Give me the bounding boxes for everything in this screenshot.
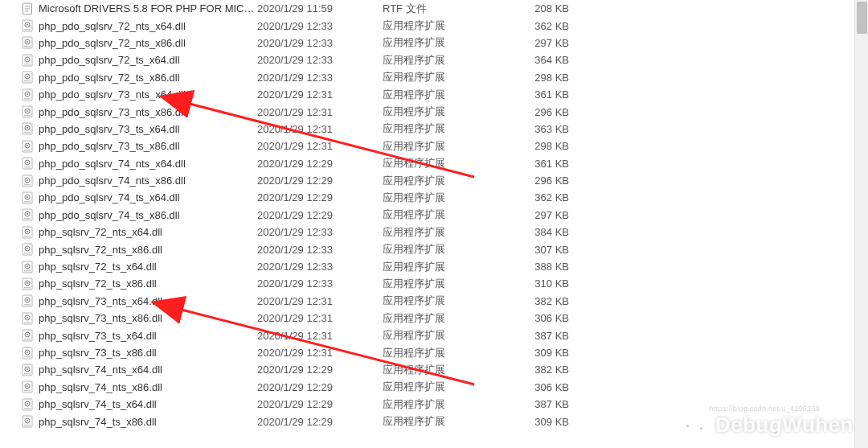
dll-icon: [21, 54, 34, 67]
svg-point-86: [27, 368, 28, 370]
file-row[interactable]: php_pdo_sqlsrv_73_nts_x86.dll2020/1/29 1…: [0, 103, 854, 120]
dll-icon: [21, 191, 34, 204]
file-row[interactable]: php_sqlsrv_72_nts_x64.dll2020/1/29 12:33…: [0, 224, 854, 240]
file-row[interactable]: php_sqlsrv_72_nts_x86.dll2020/1/29 12:33…: [0, 240, 854, 257]
file-date: 2020/1/29 12:31: [257, 88, 383, 101]
file-name: php_pdo_sqlsrv_73_ts_x64.dll: [39, 123, 257, 135]
file-date: 2020/1/29 12:31: [257, 106, 383, 118]
svg-rect-87: [24, 373, 31, 374]
file-size: 296 KB: [513, 106, 569, 118]
file-name: php_sqlsrv_72_ts_x64.dll: [39, 261, 257, 273]
file-name: php_sqlsrv_73_nts_x86.dll: [39, 312, 257, 324]
file-date: 2020/1/29 12:31: [257, 123, 383, 135]
document-icon: [21, 2, 34, 15]
file-type: 应用程序扩展: [383, 363, 513, 377]
file-name: php_sqlsrv_74_ts_x86.dll: [39, 416, 257, 428]
svg-point-42: [27, 179, 28, 181]
file-row[interactable]: php_sqlsrv_73_ts_x86.dll2020/1/29 12:31应…: [0, 344, 854, 361]
file-name: php_pdo_sqlsrv_72_ts_x64.dll: [39, 54, 257, 66]
svg-rect-99: [24, 425, 31, 425]
file-row[interactable]: php_pdo_sqlsrv_73_ts_x86.dll2020/1/29 12…: [0, 138, 854, 154]
file-name: php_pdo_sqlsrv_73_ts_x86.dll: [39, 140, 257, 152]
file-date: 2020/1/29 12:33: [257, 277, 383, 290]
dll-icon: [21, 208, 34, 221]
svg-rect-31: [24, 132, 31, 133]
svg-rect-43: [24, 184, 31, 185]
file-row[interactable]: php_sqlsrv_72_ts_x64.dll2020/1/29 12:33应…: [0, 258, 854, 275]
file-size: 307 KB: [513, 244, 569, 256]
svg-point-14: [27, 59, 28, 60]
file-row[interactable]: php_pdo_sqlsrv_73_nts_x64.dll2020/1/29 1…: [0, 86, 854, 103]
file-row[interactable]: php_pdo_sqlsrv_73_ts_x64.dll2020/1/29 12…: [0, 121, 854, 138]
file-type: 应用程序扩展: [383, 346, 513, 360]
file-size: 310 KB: [513, 277, 569, 290]
dll-icon: [21, 157, 34, 170]
file-size: 382 KB: [513, 364, 569, 376]
file-row[interactable]: php_pdo_sqlsrv_74_nts_x86.dll2020/1/29 1…: [0, 172, 854, 189]
svg-point-66: [27, 282, 28, 284]
dll-icon: [21, 398, 34, 411]
dll-icon: [21, 175, 34, 187]
file-name: php_sqlsrv_72_ts_x86.dll: [39, 277, 257, 290]
svg-point-94: [27, 403, 28, 405]
file-name: php_sqlsrv_74_ts_x64.dll: [39, 398, 257, 410]
file-row[interactable]: php_pdo_sqlsrv_74_nts_x64.dll2020/1/29 1…: [0, 155, 854, 172]
scrollbar-thumb[interactable]: [857, 2, 867, 34]
file-row[interactable]: php_pdo_sqlsrv_74_ts_x64.dll2020/1/29 12…: [0, 189, 854, 206]
file-date: 2020/1/29 12:29: [257, 416, 383, 428]
file-date: 2020/1/29 12:29: [257, 158, 383, 170]
svg-rect-27: [24, 115, 31, 116]
file-type: 应用程序扩展: [383, 294, 513, 308]
file-type: 应用程序扩展: [383, 139, 513, 154]
file-type: 应用程序扩展: [383, 225, 513, 240]
file-list[interactable]: Microsoft DRIVERS 5.8 FOR PHP FOR MICR..…: [0, 0, 854, 448]
svg-point-90: [27, 385, 28, 387]
file-size: 363 KB: [513, 123, 569, 135]
dll-icon: [21, 364, 34, 376]
file-row[interactable]: php_pdo_sqlsrv_72_nts_x86.dll2020/1/29 1…: [0, 35, 854, 51]
file-type: 应用程序扩展: [383, 380, 513, 394]
file-size: 296 KB: [513, 175, 569, 187]
file-row[interactable]: php_sqlsrv_73_nts_x86.dll2020/1/29 12:31…: [0, 310, 854, 327]
svg-point-74: [27, 317, 28, 319]
svg-point-22: [27, 93, 28, 95]
file-date: 2020/1/29 12:33: [257, 261, 383, 273]
file-type: 应用程序扩展: [383, 121, 513, 136]
file-size: 361 KB: [513, 158, 569, 170]
svg-rect-23: [24, 98, 31, 99]
svg-rect-35: [24, 150, 31, 150]
svg-rect-75: [24, 322, 31, 323]
file-row[interactable]: php_pdo_sqlsrv_72_ts_x64.dll2020/1/29 12…: [0, 51, 854, 68]
file-type: RTF 文件: [383, 2, 513, 16]
file-size: 362 KB: [513, 191, 569, 203]
watermark-text: DebugWuhen: [715, 413, 854, 438]
file-row[interactable]: php_sqlsrv_74_nts_x64.dll2020/1/29 12:29…: [0, 361, 854, 378]
file-name: php_sqlsrv_73_nts_x64.dll: [39, 295, 257, 307]
file-name: php_pdo_sqlsrv_72_nts_x64.dll: [39, 20, 257, 32]
dll-icon: [21, 140, 34, 153]
file-row[interactable]: php_pdo_sqlsrv_74_ts_x86.dll2020/1/29 12…: [0, 207, 854, 224]
file-name: php_pdo_sqlsrv_72_ts_x86.dll: [39, 72, 257, 84]
file-size: 208 KB: [513, 2, 569, 14]
file-size: 309 KB: [513, 416, 569, 428]
file-row[interactable]: Microsoft DRIVERS 5.8 FOR PHP FOR MICR..…: [0, 0, 854, 17]
file-row[interactable]: php_pdo_sqlsrv_72_ts_x86.dll2020/1/29 12…: [0, 69, 854, 86]
scrollbar[interactable]: [854, 0, 868, 448]
file-name: php_pdo_sqlsrv_74_nts_x64.dll: [39, 158, 257, 170]
wechat-icon: [682, 411, 709, 438]
file-size: 382 KB: [513, 295, 569, 307]
dll-icon: [21, 294, 34, 307]
file-row[interactable]: php_sqlsrv_73_ts_x64.dll2020/1/29 12:31应…: [0, 327, 854, 343]
file-name: php_pdo_sqlsrv_73_nts_x86.dll: [39, 106, 257, 118]
dll-icon: [21, 380, 34, 393]
file-row[interactable]: php_pdo_sqlsrv_72_nts_x64.dll2020/1/29 1…: [0, 17, 854, 34]
file-row[interactable]: php_sqlsrv_74_nts_x86.dll2020/1/29 12:29…: [0, 379, 854, 396]
dll-icon: [21, 347, 34, 360]
file-date: 2020/1/29 12:29: [257, 209, 383, 221]
file-row[interactable]: php_sqlsrv_73_nts_x64.dll2020/1/29 12:31…: [0, 293, 854, 310]
svg-point-18: [27, 76, 28, 77]
file-type: 应用程序扩展: [383, 328, 513, 343]
file-size: 297 KB: [513, 209, 569, 221]
file-type: 应用程序扩展: [383, 53, 513, 68]
file-row[interactable]: php_sqlsrv_72_ts_x86.dll2020/1/29 12:33应…: [0, 275, 854, 292]
